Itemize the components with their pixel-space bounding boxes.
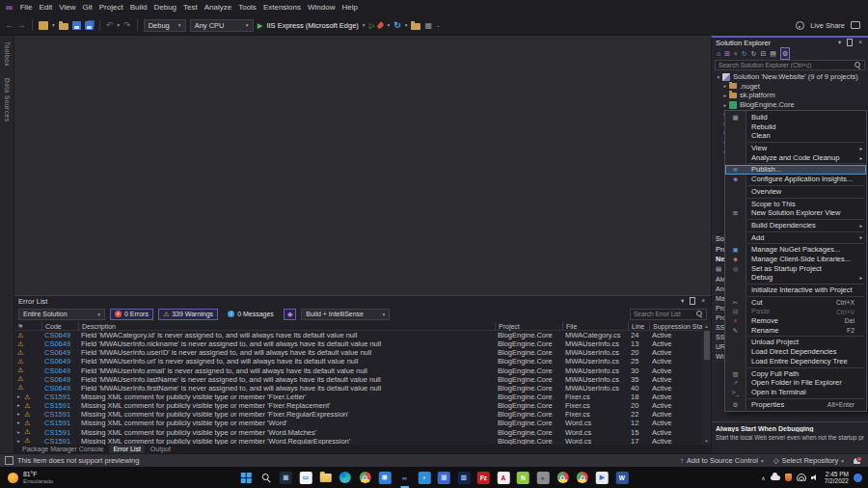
error-code[interactable]: CS1591 — [41, 419, 78, 427]
scrollbar-thumb[interactable] — [704, 331, 710, 360]
error-row[interactable]: ⚠CS0649Field 'MWAUserInfo.firstName' is … — [14, 384, 702, 393]
context-menu-item-build-dependencies[interactable]: Build Dependencies▸ — [725, 221, 866, 230]
context-menu-item-load-entire-dependency-tree[interactable]: Load Entire Dependency Tree — [725, 357, 866, 366]
error-row[interactable]: ⚠CS0649Field 'MWAUserInfo.url' is never … — [14, 357, 702, 366]
window-layout-icon[interactable]: ▦ — [424, 21, 432, 30]
notepad-plus-plus-icon[interactable]: N — [516, 471, 530, 485]
menu-view[interactable]: View — [56, 0, 79, 15]
weather-widget[interactable]: 81°F Ensolarado — [8, 471, 53, 484]
error-row[interactable]: ▸⚠CS1591Missing XML comment for publicly… — [14, 419, 702, 427]
source-dropdown[interactable]: Build + IntelliSense ▾ — [301, 309, 390, 320]
error-code[interactable]: CS0649 — [41, 357, 78, 366]
context-menu-item-set-as-startup-project[interactable]: ◎Set as Startup Project — [725, 264, 866, 274]
window-position-icon[interactable]: ▾ — [681, 296, 684, 306]
visual-studio-icon[interactable]: ∞ — [397, 471, 412, 485]
error-code[interactable]: CS0649 — [41, 384, 78, 393]
show-all-files-icon[interactable]: ▤ — [770, 48, 776, 59]
switch-views-icon[interactable]: ⊞ — [724, 48, 730, 59]
new-project-dropdown-icon[interactable]: ▾ — [52, 22, 55, 28]
error-row[interactable]: ⚠CS0649Field 'MWAUserInfo.email' is neve… — [14, 366, 702, 375]
open-file-icon[interactable] — [59, 23, 68, 30]
select-repository-button[interactable]: ◇ Select Repository ▾ — [773, 456, 844, 465]
context-menu-item-rebuild[interactable]: Rebuild — [725, 122, 866, 132]
hot-reload-dropdown-icon[interactable]: ▾ — [387, 22, 390, 28]
expander-icon[interactable]: ▸ — [17, 401, 22, 410]
context-menu-item-copy-full-path[interactable]: ▥Copy Full Path — [725, 369, 866, 379]
sql-server-icon[interactable]: ▥ — [456, 471, 471, 485]
platform-dropdown[interactable]: Any CPU ▾ — [190, 19, 254, 32]
hot-reload-icon[interactable] — [377, 21, 385, 29]
task-view-icon[interactable]: ▣ — [279, 471, 293, 485]
context-menu-item-load-direct-dependencies[interactable]: Load Direct Dependencies — [725, 347, 866, 357]
context-menu-item-manage-nuget-packages[interactable]: ▣Manage NuGet Packages... — [725, 245, 866, 255]
onedrive-icon[interactable] — [771, 475, 780, 480]
context-menu-item-paste[interactable]: ▤PasteCtrl+V — [725, 307, 866, 316]
clock[interactable]: 2:45 PM 7/2/2022 — [825, 471, 849, 485]
error-row[interactable]: ▸⚠CS1591Missing XML comment for publicly… — [14, 410, 702, 419]
menu-extensions[interactable]: Extensions — [259, 0, 304, 15]
collapse-all-icon[interactable]: ⊟ — [760, 48, 766, 59]
error-code[interactable]: CS0649 — [41, 331, 78, 339]
categorized-icon[interactable]: ▤ — [716, 265, 721, 274]
tree-item-solution-new-website-9-of-9-projects[interactable]: ▾Solution 'New.Website' (9 of 9 projects… — [712, 72, 868, 82]
error-code[interactable]: CS0649 — [41, 375, 78, 384]
redo-icon[interactable]: ↷ — [123, 15, 131, 35]
add-to-source-control-button[interactable]: ↑ Add to Source Control ▾ — [680, 456, 763, 465]
close-icon[interactable]: × — [701, 296, 705, 306]
menu-debug[interactable]: Debug — [150, 0, 180, 15]
edge-icon[interactable] — [338, 471, 352, 485]
scope-dropdown[interactable]: Entire Solution ▾ — [18, 309, 105, 320]
menu-test[interactable]: Test — [180, 0, 202, 15]
notifications-bell-icon[interactable] — [854, 458, 860, 464]
expander-icon[interactable]: ▸ — [17, 437, 22, 445]
remote-desktop-icon[interactable]: ▶ — [595, 471, 610, 485]
run-target-label[interactable]: IIS Express (Microsoft Edge) — [266, 21, 358, 30]
column-header-suppression-state[interactable]: Suppression State — [649, 322, 702, 331]
context-menu-item-manage-client-side-libraries[interactable]: ◈Manage Client-Side Libraries... — [725, 255, 866, 264]
menu-window[interactable]: Window — [305, 0, 339, 15]
errors-filter-button[interactable]: × 0 Errors — [110, 309, 153, 320]
error-list-search-input[interactable]: Search Error List — [630, 309, 707, 320]
context-menu-item-initialize-interactive-with-project[interactable]: Initialize Interactive with Project — [725, 285, 866, 295]
error-row[interactable]: ▸⚠CS1591Missing XML comment for publicly… — [14, 437, 702, 445]
context-menu-item-scope-to-this[interactable]: Scope to This — [725, 200, 866, 209]
scroll-up-icon[interactable]: ▴ — [702, 322, 711, 330]
home-icon[interactable]: ⌂ — [717, 48, 720, 59]
error-row[interactable]: ▸⚠CS1591Missing XML comment for publicly… — [14, 393, 702, 401]
expander-icon[interactable]: ▸ — [17, 410, 22, 419]
chat-icon[interactable]: ▭ — [298, 471, 312, 485]
new-project-icon[interactable] — [39, 21, 48, 30]
feedback-icon[interactable] — [851, 21, 860, 29]
column-header-code[interactable]: Code — [41, 322, 78, 331]
filezilla-icon[interactable]: Fz — [476, 471, 491, 485]
tab-error-list[interactable]: Error List — [109, 445, 144, 453]
warnings-filter-button[interactable]: ⚠ 339 Warnings — [158, 309, 218, 320]
photos-icon[interactable]: ▦ — [437, 471, 451, 485]
column-header-line[interactable]: Line — [628, 322, 649, 331]
context-menu-item-open-folder-in-file-explorer[interactable]: ↗Open Folder in File Explorer — [725, 378, 866, 388]
notification-center-icon[interactable] — [854, 474, 862, 482]
refresh-dropdown-icon[interactable]: ▾ — [405, 22, 408, 28]
pin-icon[interactable] — [690, 297, 695, 305]
tab-package-manager-console[interactable]: Package Manager Console — [18, 445, 107, 453]
menu-project[interactable]: Project — [95, 0, 126, 15]
tray-overflow-icon[interactable]: ∧ — [761, 474, 765, 481]
context-menu-item-analyze-and-code-cleanup[interactable]: Analyze and Code Cleanup▸ — [725, 153, 866, 163]
search-icon[interactable] — [258, 471, 273, 485]
error-row[interactable]: ⚠CS0649Field 'MWACategory.id' is never a… — [14, 331, 702, 339]
error-code[interactable]: CS0649 — [41, 366, 78, 375]
context-menu-item-build[interactable]: ▦Build — [725, 113, 866, 122]
scroll-down-icon[interactable]: ▾ — [702, 437, 711, 445]
expander-icon[interactable]: ▸ — [17, 419, 22, 427]
context-menu-item-configure-application-insights[interactable]: ◈Configure Application Insights... — [725, 175, 866, 184]
gimp-icon[interactable]: ● — [535, 471, 550, 485]
context-menu-item-publish[interactable]: ⊕Publish... — [725, 165, 866, 175]
menu-help[interactable]: Help — [339, 0, 361, 15]
error-row[interactable]: ▸⚠CS1591Missing XML comment for publicly… — [14, 428, 702, 437]
refresh-icon[interactable]: ↻ — [751, 48, 757, 59]
live-share-icon[interactable] — [796, 21, 804, 30]
refresh-icon[interactable]: ↻ — [393, 20, 401, 30]
context-menu-item-debug[interactable]: Debug▸ — [725, 273, 866, 283]
chrome-icon[interactable] — [358, 471, 372, 485]
run-target-dropdown-icon[interactable]: ▾ — [363, 22, 366, 28]
